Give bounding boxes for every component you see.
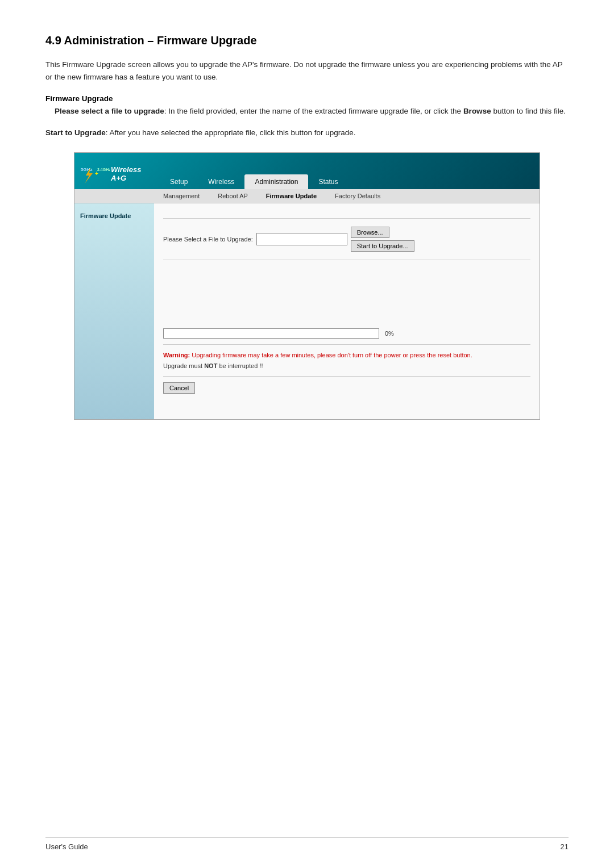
browse-bold: Browse xyxy=(463,107,491,115)
warning-text: Warning: Upgrading firmware may take a f… xyxy=(163,350,530,360)
sub-nav-factory-defaults[interactable]: Factory Defaults xyxy=(326,191,389,201)
desc-rest: : In the field provided, enter the name … xyxy=(164,107,463,115)
footer-right: 21 xyxy=(561,842,569,851)
bottom-divider xyxy=(163,344,530,345)
progress-section: 0% xyxy=(163,328,530,339)
footer-left: User's Guide xyxy=(45,842,88,851)
sub-nav-firmware-update[interactable]: Firmware Update xyxy=(257,191,326,201)
nav-tab-setup[interactable]: Setup xyxy=(160,174,198,189)
file-input[interactable] xyxy=(256,233,347,245)
top-divider xyxy=(163,218,530,219)
start-upgrade-bold: Start to Upgrade xyxy=(45,128,106,137)
sub-nav-reboot-ap[interactable]: Reboot AP xyxy=(209,191,257,201)
cancel-row: Cancel xyxy=(163,382,530,394)
logo-text: Wireless A+G xyxy=(111,165,148,182)
warning-bold: Warning: xyxy=(163,352,190,358)
nav-tab-administration[interactable]: Administration xyxy=(244,174,308,189)
progress-label: 0% xyxy=(385,330,394,337)
intro-text: This Firmware Upgrade screen allows you … xyxy=(45,59,569,83)
page-footer: User's Guide 21 xyxy=(45,837,569,851)
file-select-row: Please Select a File to Upgrade: Browse.… xyxy=(163,227,530,252)
not-interrupt-text: Upgrade must NOT be interrupted !! xyxy=(163,362,530,369)
warning-rest: Upgrading firmware may take a few minute… xyxy=(190,352,472,358)
sidebar-item-firmware-update[interactable]: Firmware Update xyxy=(74,209,154,223)
file-select-label: Please Select a File to Upgrade: xyxy=(163,236,253,243)
router-ui-screenshot: 5GHz + 2.4GHz Wireless A+G Setup Wireles… xyxy=(74,152,540,420)
sub-nav-management[interactable]: Management xyxy=(154,191,209,201)
firmware-upgrade-label: Firmware Upgrade xyxy=(45,94,569,103)
progress-bar-container xyxy=(163,328,379,339)
start-upgrade-rest: : After you have selected the appropriat… xyxy=(106,128,356,137)
not-interrupt-end: be interrupted !! xyxy=(217,362,263,369)
svg-text:5GHz: 5GHz xyxy=(81,167,92,172)
please-select-bold: Please select a file to upgrade xyxy=(55,107,164,115)
svg-text:2.4GHz: 2.4GHz xyxy=(97,168,110,172)
desc-end: button to find this file. xyxy=(491,107,566,115)
firmware-upgrade-desc: Please select a file to upgrade: In the … xyxy=(55,105,569,118)
not-interrupt-bold: NOT xyxy=(204,362,217,369)
form-actions: Browse... Start to Upgrade... xyxy=(351,227,414,252)
router-body: Firmware Update Please Select a File to … xyxy=(74,203,540,419)
empty-space xyxy=(163,266,530,311)
router-header: 5GHz + 2.4GHz Wireless A+G Setup Wireles… xyxy=(74,153,540,189)
nav-tabs: Setup Wireless Administration Status xyxy=(154,174,540,189)
router-sidebar: Firmware Update xyxy=(74,203,154,419)
not-interrupt-prefix: Upgrade must xyxy=(163,362,204,369)
sub-nav: Management Reboot AP Firmware Update Fac… xyxy=(74,189,540,203)
last-divider xyxy=(163,376,530,377)
cancel-button[interactable]: Cancel xyxy=(163,382,195,394)
nav-tab-wireless[interactable]: Wireless xyxy=(198,174,244,189)
logo-icon: 5GHz + 2.4GHz xyxy=(80,163,110,185)
browse-button[interactable]: Browse... xyxy=(351,227,389,238)
nav-tab-status[interactable]: Status xyxy=(308,174,348,189)
start-upgrade-button[interactable]: Start to Upgrade... xyxy=(351,240,414,252)
section-title: 4.9 Administration – Firmware Upgrade xyxy=(45,34,569,47)
mid-divider xyxy=(163,260,530,260)
router-main: Please Select a File to Upgrade: Browse.… xyxy=(154,203,540,419)
router-logo: 5GHz + 2.4GHz Wireless A+G xyxy=(74,163,154,189)
start-upgrade-desc: Start to Upgrade: After you have selecte… xyxy=(45,127,569,139)
